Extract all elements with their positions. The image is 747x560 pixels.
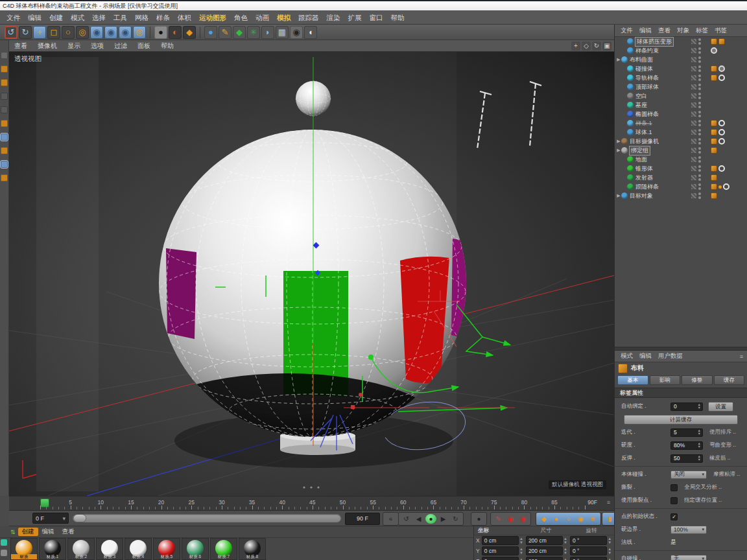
editor-visibility-dot[interactable] xyxy=(698,174,701,177)
play-button[interactable]: ● xyxy=(425,514,436,524)
layer-icon[interactable] xyxy=(691,148,696,153)
am-menu-1[interactable]: 编辑 xyxy=(636,352,655,360)
dropdown-select[interactable]: 关闭▾ xyxy=(670,471,707,479)
checkbox[interactable] xyxy=(670,497,678,504)
layer-icon[interactable] xyxy=(691,57,696,62)
jump-start-button[interactable]: « xyxy=(385,514,396,524)
menu-item-11[interactable]: 动画 xyxy=(252,10,273,25)
object-row[interactable]: 球体.1 xyxy=(615,128,747,137)
workplane-lock-button[interactable] xyxy=(1,174,8,181)
object-name[interactable]: 样条.1 xyxy=(635,119,652,128)
spin-arrows-icon[interactable]: ▲▼ xyxy=(519,547,524,555)
object-row[interactable]: 锥形体 xyxy=(615,164,747,173)
circle-tag-icon[interactable] xyxy=(718,165,725,172)
menu-item-1[interactable]: 编辑 xyxy=(24,10,45,25)
spin-arrows-icon[interactable]: ▲▼ xyxy=(698,403,702,410)
render-visibility-dot[interactable] xyxy=(698,42,701,45)
object-name[interactable]: 绑定组 xyxy=(630,146,650,155)
object-row[interactable]: 顶部球体 xyxy=(615,82,747,91)
object-row[interactable]: 椭圆样条 xyxy=(615,110,747,119)
render-visibility-dot[interactable] xyxy=(698,169,701,172)
add-primitive-button[interactable]: ● xyxy=(204,26,217,39)
layer-icon[interactable] xyxy=(691,93,696,99)
menu-item-13[interactable]: 跟踪器 xyxy=(294,10,323,25)
attribute-tab-2[interactable]: 修整 xyxy=(682,375,713,385)
editor-visibility-dot[interactable] xyxy=(698,183,701,186)
render-settings-button[interactable]: ◆ xyxy=(183,26,196,39)
layer-icon[interactable] xyxy=(691,139,696,144)
draw-spline-button[interactable]: ✎ xyxy=(219,26,231,39)
environment-objects-button[interactable]: ▦ xyxy=(276,26,289,39)
viewport-menu-6[interactable]: 帮助 xyxy=(156,40,179,52)
texture-mode-button[interactable] xyxy=(1,79,8,86)
editor-visibility-dot[interactable] xyxy=(698,102,701,104)
menu-item-2[interactable]: 创建 xyxy=(45,10,67,25)
object-name[interactable]: 样条约束 xyxy=(635,47,659,55)
rotate-tool-button[interactable]: ○ xyxy=(62,26,75,39)
size-value[interactable]: 200 cm xyxy=(526,546,563,555)
end-frame-box[interactable]: 90 F xyxy=(345,513,380,525)
material-side-icon-0[interactable] xyxy=(1,539,7,546)
layer-icon[interactable] xyxy=(691,48,696,53)
visibility-dots[interactable] xyxy=(698,183,701,191)
visibility-toggles[interactable] xyxy=(691,65,711,73)
object-name[interactable]: 空白 xyxy=(635,92,647,100)
edges-mode-button[interactable] xyxy=(1,134,8,141)
object-row[interactable]: ▶目标对象 xyxy=(615,191,747,200)
spin-arrows-icon[interactable]: ▲▼ xyxy=(698,455,702,461)
texture-tag-icon[interactable] xyxy=(711,38,717,45)
attribute-tab-1[interactable]: 影响 xyxy=(650,375,681,385)
texture-tag-icon[interactable] xyxy=(711,165,717,172)
circle-tag-icon[interactable] xyxy=(718,138,725,145)
range-slider-handle[interactable] xyxy=(74,515,86,522)
circle-tag-icon[interactable] xyxy=(718,75,725,81)
object-row[interactable]: 样条约束 xyxy=(615,46,747,55)
editor-visibility-dot[interactable] xyxy=(698,138,701,141)
camera-objects-button[interactable]: ◉ xyxy=(290,26,303,39)
render-visibility-dot[interactable] xyxy=(698,151,701,154)
deformers-button[interactable]: ◗ xyxy=(261,26,274,39)
next-frame-button[interactable]: ▶ xyxy=(438,514,449,524)
texture-tag-icon[interactable] xyxy=(711,183,717,190)
autokey-pen-button[interactable]: ✎ xyxy=(493,514,504,524)
timeline-playhead[interactable] xyxy=(40,498,49,508)
zoom-view-icon[interactable]: ◇ xyxy=(582,41,591,51)
render-visibility-dot[interactable] xyxy=(698,69,701,72)
material-swatch[interactable]: 材质.8 xyxy=(239,538,266,560)
texture-tag-icon[interactable] xyxy=(718,38,725,45)
visibility-dots[interactable] xyxy=(698,74,701,82)
texture-tag-icon[interactable] xyxy=(711,65,717,72)
axis-x-lock-button[interactable]: ◉ xyxy=(90,26,103,39)
visibility-toggles[interactable] xyxy=(691,156,711,163)
editor-visibility-dot[interactable] xyxy=(698,165,701,168)
render-view-button[interactable]: ● xyxy=(154,26,167,39)
viewport-menu-1[interactable]: 摄像机 xyxy=(32,40,62,52)
visibility-dots[interactable] xyxy=(698,165,701,172)
object-name[interactable]: 目标对象 xyxy=(630,192,653,200)
texture-tag-icon[interactable] xyxy=(711,75,717,81)
record-active-objects-button[interactable]: ◉ xyxy=(505,514,516,524)
object-row[interactable]: ▶布料曲面 xyxy=(615,55,747,64)
object-name[interactable]: 发射器 xyxy=(635,174,653,182)
goto-start-button[interactable]: ↺ xyxy=(401,514,412,524)
material-menu-1[interactable]: 编辑 xyxy=(38,528,58,536)
circle-tag-icon[interactable] xyxy=(718,129,725,135)
expand-arrow-icon[interactable]: ▶ xyxy=(616,148,621,153)
object-name[interactable]: 球体.1 xyxy=(635,128,652,137)
viewport-menu-3[interactable]: 选项 xyxy=(86,40,109,52)
layer-icon[interactable] xyxy=(691,111,696,117)
material-swatch[interactable]: 材质.5 xyxy=(153,538,180,560)
editor-visibility-dot[interactable] xyxy=(698,147,701,150)
am-menu-0[interactable]: 模式 xyxy=(617,352,636,360)
layer-icon[interactable] xyxy=(691,84,696,89)
object-row[interactable]: ▶目标摄像机 xyxy=(615,137,747,146)
object-name[interactable]: 椭圆样条 xyxy=(635,110,659,119)
key-pla-toggle[interactable]: ≡ xyxy=(587,514,599,524)
visibility-dots[interactable] xyxy=(698,38,701,45)
texture-tag-icon[interactable] xyxy=(711,192,717,199)
render-visibility-dot[interactable] xyxy=(698,51,701,54)
om-menu-5[interactable]: 书签 xyxy=(711,27,730,35)
viewport-menu-0[interactable]: 查看 xyxy=(9,40,32,52)
visibility-dots[interactable] xyxy=(698,174,701,181)
om-menu-0[interactable]: 文件 xyxy=(617,27,636,35)
